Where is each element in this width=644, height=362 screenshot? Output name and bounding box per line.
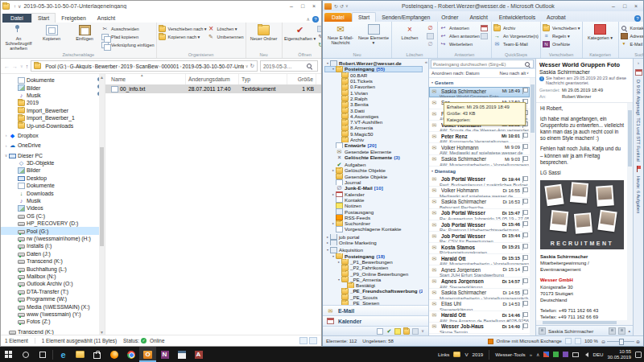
explorer-button-l-schen[interactable]: Löschen ▾: [208, 25, 244, 32]
explorer-search-box[interactable]: 2019-05-3…: [260, 60, 318, 72]
send-receive-icon[interactable]: [334, 4, 338, 9]
breadcrumb-segment[interactable]: Pool (G:): [44, 64, 67, 69]
outlook-button-adressbuch[interactable]: Adressbuch: [621, 32, 643, 39]
details-view-button[interactable]: [299, 337, 308, 344]
folder-gesendete-elemente[interactable]: Gesendete Elemente: [324, 148, 423, 154]
folder-0-favoriten[interactable]: 0.Favoriten: [324, 84, 423, 89]
message-row[interactable]: Harald OttDi 15:15AW: Mustermitarbeiteri…: [429, 254, 530, 265]
nav-module-e-mail[interactable]: E-Mail: [323, 305, 428, 315]
folder-pe-armenia[interactable]: ▾_PE_Armenia: [324, 277, 423, 282]
explorer-button-kopieren-nach[interactable]: Kopieren nach ▾: [159, 33, 207, 40]
folder-kalender[interactable]: ▸Kalender: [324, 191, 423, 197]
message-row[interactable]: Agnes JorgensenDi 14:57AW: Steuererkläru…: [429, 278, 530, 289]
folder-2-ralph[interactable]: 2.Ralph: [324, 96, 423, 101]
forward-button[interactable]: [12, 64, 18, 69]
nav-item-rw-wessmain-home-h[interactable]: rw (\\wessmain\home) (H:): [1, 235, 105, 242]
folder-rss-feeds[interactable]: RSS-Feeds: [324, 215, 423, 220]
maximize-button[interactable]: [619, 2, 630, 10]
show-hidden-icons-chevron[interactable]: [536, 352, 539, 357]
message-row[interactable]: Job Portal WesserDi 15:44Re: CSV für Bew…: [429, 232, 530, 243]
nav-item-musik[interactable]: Musik: [1, 92, 105, 99]
folder-posteingang[interactable]: ▾Posteingang(55): [324, 66, 423, 72]
tray-green-icon[interactable]: [553, 352, 559, 357]
qat-dropdown-icon[interactable]: [18, 4, 21, 9]
sort-order-button[interactable]: Neu nach alt: [500, 71, 530, 76]
scroll-down-icon[interactable]: ▼: [99, 329, 105, 335]
folder-p1-bewerbungen[interactable]: ▸_P1_Bewerbungen: [324, 259, 423, 265]
folder-1-vivian[interactable]: 1.Vivian: [324, 89, 423, 95]
message-row[interactable]: Saskia SchirmacherDi 14:55Mustermitarbei…: [429, 289, 530, 300]
folder-aufgaben[interactable]: Aufgaben: [324, 162, 423, 167]
folder-gesendete-objekte[interactable]: Gesendete Objekte: [324, 174, 423, 179]
folder-gel-schte-objekte[interactable]: ▸Gelöschte Objekte: [324, 167, 423, 173]
breadcrumb-segment[interactable]: 2019-05-30-10-50-07-Unterlageneingang: [181, 64, 243, 69]
notes-module-icon[interactable]: [394, 328, 401, 335]
maximize-button[interactable]: [297, 2, 308, 10]
close-button[interactable]: [308, 2, 320, 10]
folder-pe-spesen[interactable]: _PE_Spesen: [324, 300, 423, 305]
message-row[interactable]: Saskia SchirmacherMi 9:03AW: Mustermitar…: [429, 155, 530, 167]
folder-4-asonstiges[interactable]: 4.Asonstiges: [324, 113, 423, 119]
folder-kontakte[interactable]: Kontakte: [324, 197, 423, 203]
folder-01-tickets[interactable]: 01.Tickets: [324, 78, 423, 84]
collapse-ribbon-icon[interactable]: [307, 17, 310, 22]
outlook-button-ignore-icon[interactable]: [427, 24, 436, 31]
nav-item-installs-i[interactable]: Installs (I:): [1, 242, 105, 249]
taskbar-app-calendar[interactable]: [173, 347, 190, 362]
nav-item-dropbox[interactable]: ›Dropbox: [1, 132, 105, 139]
recent-locations-icon[interactable]: [20, 64, 23, 68]
nav-item-daten-j[interactable]: Daten (J:): [1, 250, 105, 257]
nav-item-programme-w[interactable]: Programme (W:): [1, 295, 105, 302]
column-header-typ[interactable]: Typ: [239, 74, 287, 84]
nav-item-videos[interactable]: Videos: [1, 204, 105, 212]
taskbar-app-chrome[interactable]: [122, 347, 139, 362]
outlook-button-weiterleiten[interactable]: Weiterleiten: [440, 40, 480, 47]
explorer-button-verschieben-nach[interactable]: Verschieben nach ▾: [159, 25, 207, 32]
outlook-button-cleanup-icon[interactable]: [427, 32, 436, 39]
shortcuts-module-icon[interactable]: [412, 328, 419, 335]
message-list-scrollbar[interactable]: [530, 78, 535, 335]
outlook-button-e-mail-filtern[interactable]: E-Mail filtern ▾: [621, 40, 643, 47]
zoom-slider[interactable]: ⊖ ⊕: [601, 339, 640, 344]
taskbar-app-access[interactable]: [190, 347, 207, 362]
nav-module-kalender[interactable]: Kalender: [323, 315, 428, 326]
nav-item-desktop[interactable]: Desktop: [1, 175, 105, 182]
address-dropdown-icon[interactable]: [246, 64, 249, 68]
message-row[interactable]: Saskia SchirmacherDi 16:53Bahncard Reche…: [429, 198, 530, 209]
explorer-button-pfad-kopieren[interactable]: Pfad kopieren: [101, 33, 155, 40]
mail-search-box[interactable]: Posteingang durchsuchen (Strg+E): [431, 60, 534, 68]
explorer-button-eigenschaften[interactable]: Eigenschaften ▾: [284, 23, 316, 51]
nav-item-outlook-archiv-o[interactable]: Outlook Archiv (O:): [1, 280, 105, 287]
large-icons-view-button[interactable]: [309, 337, 317, 344]
outlook-tab-entwicklertools[interactable]: Entwicklertools: [493, 13, 541, 22]
message-row[interactable]: Harald OttDi 14:46AW: Ihre Amazon.de Bes…: [429, 311, 530, 323]
message-row[interactable]: Saskia SchirmacherMi 18:49Wesser World G…: [429, 87, 530, 98]
nav-item-dieser-pc[interactable]: ∨Dieser PC: [1, 152, 105, 159]
explorer-button-kopieren[interactable]: Kopieren: [35, 23, 68, 51]
explorer-tab-ansicht[interactable]: Ansicht: [92, 14, 121, 23]
nav-item-transcend-k[interactable]: Transcend (K:): [1, 257, 105, 265]
help-icon[interactable]: ?: [312, 16, 319, 23]
folder-online-marketing[interactable]: ▸Online Marketing: [324, 240, 423, 245]
taskbar-app-edge[interactable]: [55, 347, 72, 362]
wesser-tools-toolbar-label[interactable]: Wesser-Tools: [495, 352, 525, 357]
explorer-button-open-icon[interactable]: [317, 25, 321, 32]
folder-postausgang[interactable]: Postausgang: [324, 208, 423, 214]
tray-dropbox-icon[interactable]: [563, 352, 568, 357]
explorer-tab-start[interactable]: Start: [31, 13, 56, 23]
message-row[interactable]: Elias UhlDi 14:53Steuererklärung: [429, 300, 530, 311]
close-button[interactable]: [630, 2, 642, 10]
nav-item-mailbox-n[interactable]: Mailbox (N:): [1, 273, 105, 280]
navigation-scrollbar[interactable]: ▲ ▼: [99, 74, 105, 335]
refresh-icon[interactable]: [250, 64, 254, 69]
scrollbar-thumb[interactable]: [100, 147, 104, 246]
outlook-button-allen-antworten[interactable]: Allen antworten: [440, 32, 480, 39]
folder-pe-scouts[interactable]: _PE_Scouts: [324, 294, 423, 300]
folder-00-bar[interactable]: 00.BAR: [324, 72, 423, 78]
breadcrumb-segment[interactable]: ScanBew: [135, 64, 159, 69]
expand-arrow-icon[interactable]: ›: [3, 133, 9, 138]
outlook-tab-ansicht[interactable]: Ansicht: [464, 13, 493, 22]
folder-pe-freundschaftswerbung[interactable]: _PE_Freundschaftswerbung(2): [324, 288, 423, 294]
nav-item-media-wessmain-x[interactable]: Media (\\WESSMAIN) (X:): [1, 302, 105, 310]
outlook-tab-datei[interactable]: Datei: [324, 13, 352, 22]
